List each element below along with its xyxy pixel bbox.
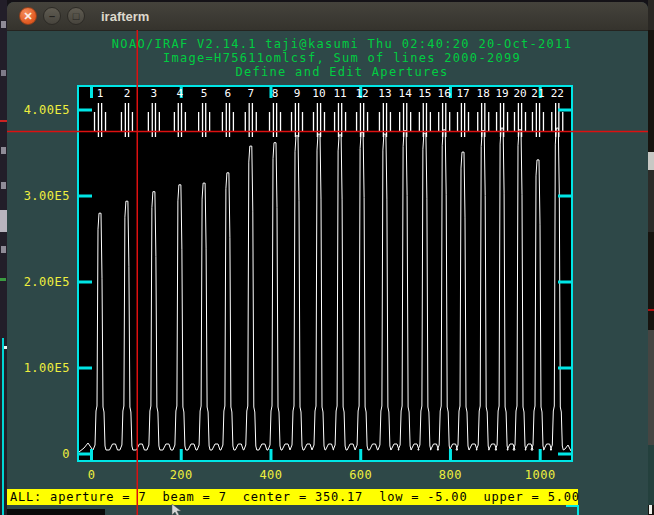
status-bar: ALL: aperture = 7 beam = 7 center = 350.… [7,489,578,505]
header-line-task: Define and Edit Apertures [235,65,448,79]
aperture-number: 3 [140,87,168,100]
x-tick-label: 600 [331,468,391,482]
x-tick-label: 800 [420,468,480,482]
header-line-system: NOAO/IRAF V2.14.1 taji@kasumi Thu 02:40:… [112,37,572,51]
screen: ✕ – □ irafterm NOAO/IRAF V2.14.1 taji@ka… [0,0,654,515]
x-tick-label: 200 [151,468,211,482]
x-tick-label: 0 [62,468,122,482]
aperture-number: 1 [86,87,114,100]
x-tick-label: 400 [241,468,301,482]
aperture-number: 22 [543,87,571,100]
y-tick-label: 2.00E5 [8,275,70,289]
header-line-image: Image=H75611omlcsf, Sum of lines 2000-20… [163,51,521,65]
y-tick-label: 0 [8,447,70,461]
y-tick-label: 1.00E5 [8,361,70,375]
y-tick-label: 4.00E5 [8,103,70,117]
x-tick-label: 1000 [510,468,570,482]
aperture-number: 2 [113,87,141,100]
y-tick-label: 3.00E5 [8,189,70,203]
plot-labels-layer: NOAO/IRAF V2.14.1 taji@kasumi Thu 02:40:… [0,0,654,515]
